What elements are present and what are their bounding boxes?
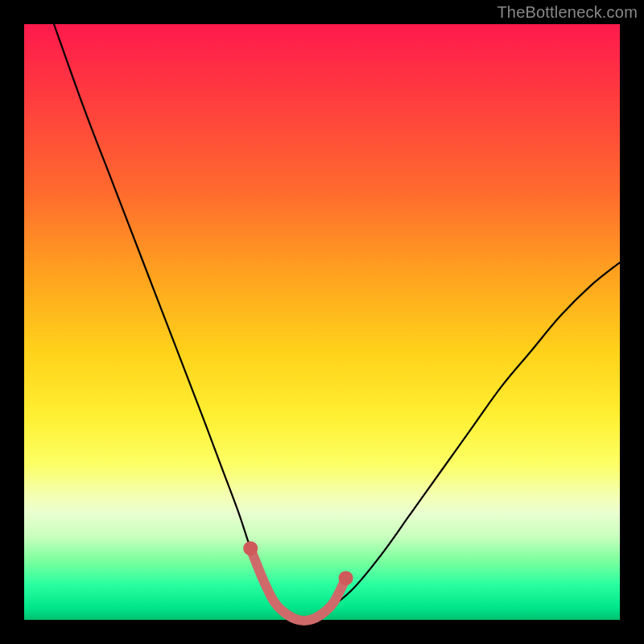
watermark-text: TheBottleneck.com <box>497 3 638 22</box>
chart-svg <box>24 24 620 620</box>
bottleneck-highlight-path <box>250 548 345 621</box>
highlight-end-dot <box>243 541 258 555</box>
bottleneck-curve-path <box>54 24 620 621</box>
chart-frame: TheBottleneck.com <box>0 0 644 644</box>
highlight-end-dot <box>339 571 353 585</box>
chart-plot-area <box>24 24 620 620</box>
